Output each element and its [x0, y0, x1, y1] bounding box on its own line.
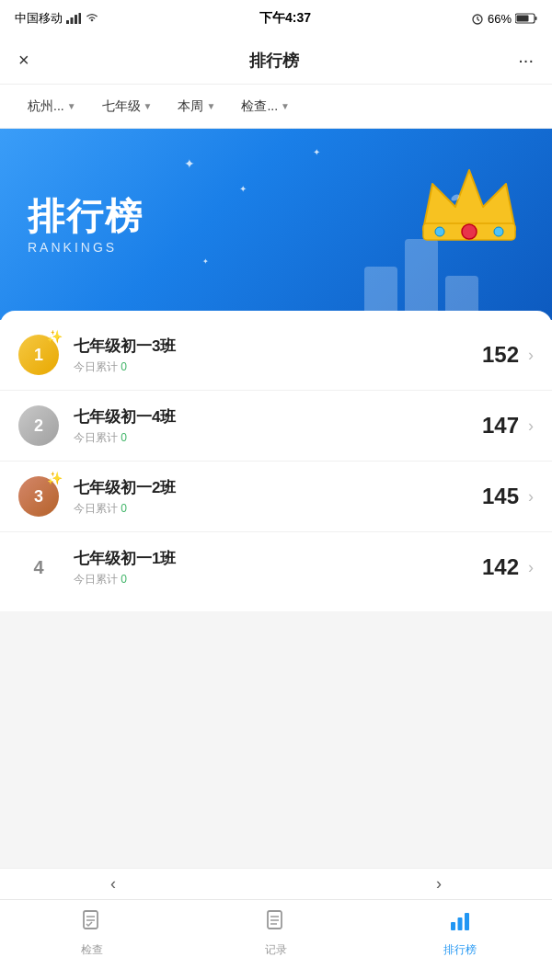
- svg-rect-3: [79, 13, 82, 24]
- filter-arrow-check: ▼: [281, 101, 290, 111]
- svg-point-14: [494, 227, 503, 236]
- filter-bar: 杭州...▼七年级▼本周▼检查...▼: [0, 85, 552, 129]
- banner: ✦ ✦ ✦ ✦ 排行榜 RANKINGS: [0, 129, 552, 322]
- rank-info-3: 七年级初一2班 今日累计 0: [74, 477, 482, 517]
- battery-icon: [515, 13, 537, 24]
- check-tab-label: 检查: [81, 942, 103, 958]
- check-tab-icon: [80, 909, 104, 939]
- signal-icon: [66, 13, 81, 24]
- rank-badge-3: 3 ✨: [18, 476, 59, 517]
- svg-rect-9: [517, 16, 529, 22]
- rank-chevron-1[interactable]: ›: [528, 346, 534, 365]
- nav-tab-ranking[interactable]: 排行榜: [428, 909, 492, 958]
- wifi-icon: [85, 13, 99, 24]
- rank-chevron-4[interactable]: ›: [528, 558, 534, 577]
- rank-sub-value-3: 0: [121, 502, 127, 515]
- star-4: ✦: [202, 257, 209, 266]
- svg-rect-25: [465, 913, 469, 930]
- filter-arrow-city: ▼: [67, 101, 76, 111]
- rank-sub-value-1: 0: [121, 360, 127, 373]
- rank-score-1: 152: [482, 342, 519, 368]
- svg-rect-0: [66, 20, 69, 24]
- record-tab-icon: [264, 909, 288, 939]
- svg-point-12: [462, 224, 477, 239]
- filter-period[interactable]: 本周▼: [165, 98, 228, 115]
- rank-badge-4: 4: [18, 547, 59, 587]
- rank-name-4: 七年级初一1班: [74, 548, 482, 569]
- rank-info-4: 七年级初一1班 今日累计 0: [74, 548, 482, 587]
- rank-score-2: 147: [482, 413, 519, 439]
- ranking-tab-label: 排行榜: [443, 942, 477, 958]
- rank-name-2: 七年级初一4班: [74, 406, 482, 427]
- status-time: 下午4:37: [259, 10, 311, 27]
- banner-subtitle: RANKINGS: [28, 240, 144, 255]
- rank-chevron-2[interactable]: ›: [528, 416, 534, 436]
- rank-sub-value-2: 0: [121, 431, 127, 444]
- rank-chevron-3[interactable]: ›: [528, 487, 534, 507]
- filter-label-city: 杭州...: [28, 98, 64, 115]
- banner-text: 排行榜 RANKINGS: [28, 196, 144, 255]
- rank-score-4: 142: [482, 554, 519, 580]
- rank-name-3: 七年级初一2班: [74, 477, 482, 498]
- alarm-icon: [471, 12, 484, 25]
- filter-arrow-grade: ▼: [144, 101, 153, 111]
- banner-title: 排行榜: [28, 196, 144, 236]
- svg-rect-8: [535, 17, 537, 20]
- rank-info-2: 七年级初一4班 今日累计 0: [74, 406, 482, 446]
- svg-line-6: [477, 19, 479, 21]
- crown-container: [414, 147, 524, 261]
- nav-tab-check[interactable]: 检查: [60, 909, 124, 958]
- rank-info-1: 七年级初一3班 今日累计 0: [74, 336, 482, 375]
- star-2: ✦: [239, 184, 247, 194]
- rank-item[interactable]: 1 ✨ 七年级初一3班 今日累计 0 152 ›: [0, 320, 552, 391]
- bottom-nav: 检查 记录 排行榜: [0, 899, 552, 980]
- svg-marker-10: [423, 170, 515, 230]
- svg-rect-2: [75, 15, 77, 24]
- status-right: 66%: [471, 12, 537, 26]
- svg-rect-23: [451, 922, 455, 930]
- ranking-tab-icon: [448, 909, 472, 939]
- nav-tab-record[interactable]: 记录: [244, 909, 308, 958]
- rank-item[interactable]: 2 七年级初一4班 今日累计 0 147 ›: [0, 391, 552, 462]
- back-button[interactable]: ‹: [110, 874, 116, 894]
- nav-bar: × 排行榜 ···: [0, 37, 552, 85]
- filter-check[interactable]: 检查...▼: [228, 98, 303, 115]
- rank-spark: ✨: [47, 329, 63, 344]
- rank-sub-3: 今日累计 0: [74, 501, 482, 517]
- forward-button[interactable]: ›: [436, 874, 442, 894]
- rank-sub-2: 今日累计 0: [74, 430, 482, 446]
- filter-label-check: 检查...: [241, 98, 278, 115]
- filter-city[interactable]: 杭州...▼: [15, 98, 89, 115]
- nav-title: 排行榜: [249, 50, 299, 72]
- filter-label-grade: 七年级: [102, 98, 141, 115]
- rank-score-3: 145: [482, 484, 519, 509]
- status-left: 中国移动: [15, 10, 99, 27]
- star-3: ✦: [313, 147, 320, 157]
- rank-badge-1: 1 ✨: [18, 335, 59, 375]
- rank-badge-2: 2: [18, 405, 59, 446]
- battery-text: 66%: [488, 12, 512, 26]
- rank-sub-value-4: 0: [121, 573, 127, 586]
- rank-item[interactable]: 3 ✨ 七年级初一2班 今日累计 0 145 ›: [0, 462, 552, 532]
- rank-sub-1: 今日累计 0: [74, 359, 482, 375]
- svg-point-13: [435, 227, 444, 236]
- rank-item[interactable]: 4 七年级初一1班 今日累计 0 142 ›: [0, 532, 552, 602]
- rank-list: 1 ✨ 七年级初一3班 今日累计 0 152 › 2 七年级初一4班 今日累计 …: [0, 311, 552, 611]
- filter-grade[interactable]: 七年级▼: [89, 98, 166, 115]
- svg-rect-24: [458, 917, 463, 930]
- rank-spark: ✨: [47, 471, 63, 485]
- svg-rect-1: [71, 17, 74, 24]
- record-tab-label: 记录: [265, 942, 287, 958]
- filter-label-period: 本周: [178, 98, 203, 115]
- status-bar: 中国移动 下午4:37 66%: [0, 0, 552, 37]
- rank-sub-4: 今日累计 0: [74, 572, 482, 587]
- carrier-text: 中国移动: [15, 10, 63, 27]
- more-button[interactable]: ···: [518, 50, 534, 71]
- crown-icon: [414, 147, 524, 257]
- gesture-bar: ‹ ›: [0, 868, 552, 899]
- close-button[interactable]: ×: [18, 50, 29, 71]
- star-1: ✦: [184, 156, 195, 171]
- rank-name-1: 七年级初一3班: [74, 336, 482, 357]
- filter-arrow-period: ▼: [206, 101, 215, 111]
